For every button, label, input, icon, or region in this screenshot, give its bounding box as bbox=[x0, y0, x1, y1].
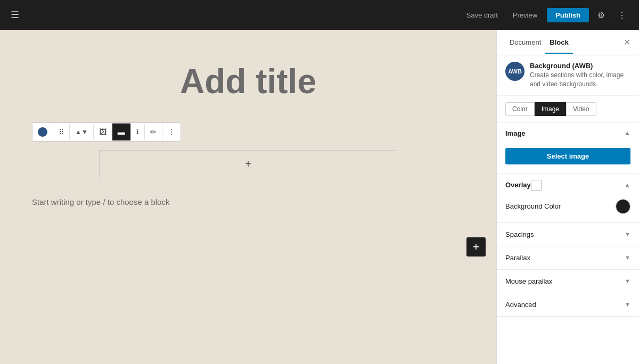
mouse-parallax-section[interactable]: Mouse parallax ▼ bbox=[497, 270, 639, 293]
topbar-left: ☰ bbox=[9, 7, 21, 23]
advanced-label: Advanced bbox=[505, 301, 536, 309]
drag-icon: ⠿ bbox=[59, 128, 64, 136]
tab-image[interactable]: Image bbox=[535, 102, 566, 116]
block-info: AWB Background (AWB) Create sections wit… bbox=[497, 55, 639, 96]
mouse-parallax-label: Mouse parallax bbox=[505, 277, 552, 285]
sidebar-tabs: Document Block bbox=[505, 32, 573, 53]
parallax-label: Parallax bbox=[505, 254, 530, 262]
editor-canvas: Add title ⠿ ▲▼ 🖼 ▬ ℹ ✏ bbox=[0, 30, 496, 364]
block-icon-button[interactable] bbox=[32, 123, 53, 141]
info-button[interactable]: ℹ bbox=[131, 124, 145, 140]
info-icon: ℹ bbox=[136, 128, 139, 136]
add-block-button[interactable]: + bbox=[99, 150, 397, 178]
overlay-checkbox[interactable] bbox=[531, 180, 542, 191]
tab-block[interactable]: Block bbox=[545, 32, 572, 54]
more-block-options-button[interactable]: ⋮ bbox=[162, 123, 181, 140]
spacings-section[interactable]: Spacings ▼ bbox=[497, 223, 639, 246]
edit-button[interactable]: ✏ bbox=[145, 123, 162, 140]
start-writing-hint: Start writing or type / to choose a bloc… bbox=[32, 197, 169, 206]
main-area: Add title ⠿ ▲▼ 🖼 ▬ ℹ ✏ bbox=[0, 30, 639, 364]
block-toolbar: ⠿ ▲▼ 🖼 ▬ ℹ ✏ ⋮ bbox=[32, 122, 181, 142]
arrows-icon: ▲▼ bbox=[75, 128, 88, 136]
overlay-chevron-up-icon: ▲ bbox=[624, 181, 630, 189]
tab-document[interactable]: Document bbox=[505, 32, 545, 54]
more-options-button[interactable]: ⋮ bbox=[613, 7, 630, 23]
tab-video[interactable]: Video bbox=[566, 102, 596, 116]
sidebar-header: Document Block ✕ bbox=[497, 30, 639, 55]
background-color-label: Background Color bbox=[505, 202, 561, 210]
pencil-icon: ✏ bbox=[150, 128, 157, 136]
menu-button[interactable]: ☰ bbox=[9, 7, 21, 23]
overlay-label: Overlay bbox=[505, 181, 531, 189]
ellipsis-icon: ⋮ bbox=[618, 11, 626, 20]
overlay-row: Overlay ▲ bbox=[497, 173, 639, 197]
preview-button[interactable]: Preview bbox=[507, 8, 543, 22]
advanced-section[interactable]: Advanced ▼ bbox=[497, 293, 639, 317]
parallax-chevron-icon: ▼ bbox=[625, 254, 630, 261]
bg-color-row: Background Color bbox=[497, 197, 639, 222]
image-icon: 🖼 bbox=[99, 128, 106, 136]
spacings-label: Spacings bbox=[505, 230, 534, 238]
parallax-section[interactable]: Parallax ▼ bbox=[497, 246, 639, 270]
block-title: Background (AWB) bbox=[530, 62, 630, 70]
awb-block-icon: AWB bbox=[508, 68, 522, 75]
block-type-icon: AWB bbox=[505, 62, 525, 81]
publish-button[interactable]: Publish bbox=[547, 8, 589, 22]
image-section-header[interactable]: Image ▲ bbox=[497, 123, 639, 144]
advanced-chevron-icon: ▼ bbox=[625, 301, 630, 308]
overlay-section: Overlay ▲ Background Color bbox=[497, 173, 639, 223]
image-section-title: Image bbox=[505, 129, 526, 137]
tab-color[interactable]: Color bbox=[505, 102, 535, 116]
select-image-button[interactable]: Select image bbox=[505, 148, 630, 164]
sidebar: Document Block ✕ AWB Background (AWB) Cr… bbox=[496, 30, 639, 364]
sidebar-close-button[interactable]: ✕ bbox=[624, 37, 630, 47]
more-icon: ⋮ bbox=[168, 128, 175, 136]
move-up-down-button[interactable]: ▲▼ bbox=[70, 124, 94, 140]
type-tabs: Color Image Video bbox=[497, 96, 639, 123]
settings-button[interactable]: ⚙ bbox=[593, 7, 609, 23]
chevron-up-icon: ▲ bbox=[624, 129, 630, 137]
mouse-parallax-chevron-icon: ▼ bbox=[625, 278, 630, 284]
image-block-button[interactable]: 🖼 bbox=[94, 123, 112, 140]
topbar-right: Save draft Preview Publish ⚙ ⋮ bbox=[461, 7, 630, 23]
spacings-chevron-icon: ▼ bbox=[625, 231, 630, 237]
save-draft-button[interactable]: Save draft bbox=[461, 8, 503, 22]
floating-add-button[interactable]: + bbox=[466, 237, 486, 257]
plus-icon: + bbox=[473, 240, 480, 254]
align-icon: ▬ bbox=[118, 128, 125, 136]
image-section: Image ▲ Select image bbox=[497, 123, 639, 173]
align-button[interactable]: ▬ bbox=[112, 123, 131, 140]
hamburger-icon: ☰ bbox=[11, 10, 19, 20]
image-section-content: Select image bbox=[497, 144, 639, 173]
block-info-text: Background (AWB) Create sections with co… bbox=[530, 62, 630, 89]
gear-icon: ⚙ bbox=[597, 11, 605, 20]
drag-handle-button[interactable]: ⠿ bbox=[53, 123, 70, 140]
awb-icon bbox=[38, 127, 47, 137]
top-bar: ☰ Save draft Preview Publish ⚙ ⋮ bbox=[0, 0, 639, 30]
color-picker-button[interactable] bbox=[616, 199, 630, 214]
block-description: Create sections with color, image and vi… bbox=[530, 71, 630, 89]
add-title-placeholder[interactable]: Add title bbox=[21, 62, 475, 101]
